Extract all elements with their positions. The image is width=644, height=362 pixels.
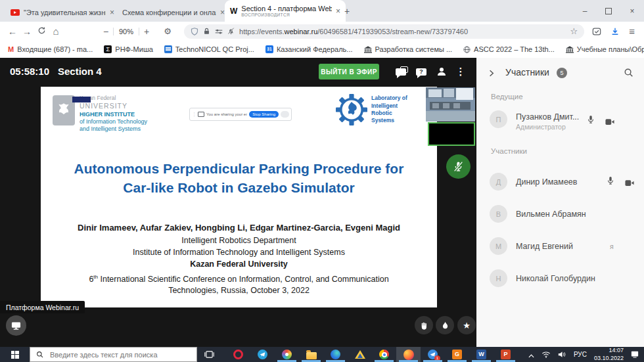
wifi-icon[interactable] — [541, 349, 551, 361]
chat-icon[interactable] — [394, 65, 407, 78]
webinar-section-title: Section 4 — [58, 66, 102, 77]
new-tab-button[interactable]: + — [340, 5, 354, 18]
taskbar-paint[interactable] — [275, 347, 299, 362]
tab-title: Схема конфиренции и онлайн — [122, 9, 216, 16]
bookmark-uchebnye-plany[interactable]: Учебные планы\Обр... — [566, 45, 644, 53]
bookmark-rnf[interactable]: Σ РНФ-Миша — [104, 45, 153, 53]
taskbar-clock[interactable]: 14:07 03.10.2022 — [594, 347, 624, 362]
bookmark-star-icon[interactable]: ☆ — [570, 26, 578, 36]
start-button[interactable] — [0, 347, 30, 362]
taskbar-word[interactable]: W — [469, 347, 494, 362]
fire-reaction-button[interactable] — [436, 316, 454, 334]
questions-icon[interactable]: ? — [415, 65, 428, 78]
settings-gear-icon[interactable]: ⚙ — [160, 26, 175, 36]
language-indicator[interactable]: РУС — [574, 351, 587, 358]
firefox-icon — [403, 350, 414, 360]
tray-expand-icon[interactable] — [528, 349, 534, 361]
address-bar[interactable]: https://events.webinar.ru/60496581/47193… — [184, 24, 584, 39]
raise-hand-button[interactable] — [415, 316, 433, 334]
avatar: В — [490, 205, 507, 223]
windows-taskbar: 1 G W P РУС 14:07 03.10.2022 — [0, 347, 644, 362]
zoom-level[interactable]: 90% — [114, 28, 139, 35]
bookmark-technonicol[interactable]: TechnoNICOL QC Proj... — [164, 45, 254, 53]
drag-handle-icon[interactable]: ⋮ — [192, 112, 196, 117]
taskbar-search[interactable] — [30, 347, 197, 362]
window-minimize-button[interactable]: – — [573, 0, 597, 22]
url-text[interactable]: https://events.webinar.ru/60496581/47193… — [239, 28, 566, 35]
screen-share-thumbnail[interactable] — [428, 122, 475, 146]
mic-icon[interactable] — [587, 115, 595, 127]
avatar: М — [490, 237, 507, 255]
tab-close-icon[interactable]: × — [110, 8, 114, 17]
taskbar-telegram[interactable] — [250, 347, 275, 362]
stop-sharing-button[interactable]: Stop Sharing — [249, 111, 279, 118]
camera-icon[interactable] — [605, 116, 614, 128]
taskbar-chrome[interactable] — [372, 347, 396, 362]
webinar-stage: 05:58:10 Section 4 ВЫЙТИ В ЭФИР ? ⋮ Kaza… — [0, 58, 476, 347]
hide-share-bar-button[interactable] — [281, 111, 289, 118]
powerpoint-icon: P — [501, 350, 511, 359]
volume-icon[interactable] — [558, 349, 566, 361]
taskbar-search-input[interactable] — [49, 350, 183, 359]
tab-scheme[interactable]: Схема конфиренции и онлайн × — [117, 3, 230, 22]
attendees-icon[interactable] — [435, 65, 448, 78]
downloads-icon[interactable] — [610, 27, 620, 36]
zoom-in-button[interactable]: + — [139, 26, 154, 37]
flame-icon — [442, 321, 449, 330]
webcam-thumbnail[interactable] — [426, 87, 475, 122]
search-icon[interactable] — [624, 68, 633, 80]
taskbar-powerpoint[interactable]: P — [494, 347, 518, 362]
site-settings-icon[interactable] — [215, 28, 223, 35]
star-reaction-button[interactable]: ★ — [457, 316, 476, 334]
window-close-button[interactable]: × — [620, 0, 644, 22]
bookmark-gmail[interactable]: M Входящие (687) - ma... — [8, 45, 93, 53]
hosts-group-label: Ведущие — [491, 93, 523, 101]
bank-icon — [566, 46, 574, 53]
browser-menu-icon[interactable]: ≡ — [629, 26, 635, 37]
notifications-blocked-icon[interactable] — [227, 28, 235, 35]
taskbar-a-app[interactable] — [348, 347, 372, 362]
saved-collections-icon[interactable] — [592, 27, 601, 36]
opera-icon — [233, 350, 243, 359]
mic-icon[interactable] — [607, 176, 614, 188]
go-live-button[interactable]: ВЫЙТИ В ЭФИР — [319, 64, 379, 79]
screen-share-notification: ⋮ You are sharing your entire screen. St… — [189, 108, 292, 121]
tab-webinar-active[interactable]: W Section 4 - платформа Webinar ВОСПРОИЗ… — [225, 0, 346, 22]
word-icon: W — [476, 350, 486, 359]
slide-authors: Dinir Imameev, Aufar Zakiev, Hongbing Li… — [41, 223, 437, 233]
bookmark-ascc[interactable]: ASCC 2022 – The 13th... — [463, 45, 555, 53]
members-group-label: Участники — [491, 147, 527, 155]
bookmark-razrabotka[interactable]: Разработка системы ... — [364, 45, 453, 53]
taskbar-explorer[interactable] — [299, 347, 323, 362]
home-icon[interactable]: ⌂ — [49, 26, 63, 37]
taskbar-mail[interactable]: 1 — [421, 347, 445, 362]
taskbar-firefox-active[interactable] — [396, 347, 421, 362]
bookmark-kfu-calendar[interactable]: 31 Казанский Федераль... — [265, 45, 353, 53]
browser-tab-strip: "Эта удивительная жизнь" - Po × Схема ко… — [0, 0, 644, 22]
task-view-button[interactable] — [200, 350, 218, 359]
tab-close-icon[interactable]: × — [336, 7, 340, 16]
tab-youtube[interactable]: "Эта удивительная жизнь" - Po × — [5, 3, 120, 22]
tab-title: "Эта удивительная жизнь" - Po — [24, 9, 106, 16]
lirs-gear-icon — [336, 94, 367, 125]
collapse-panel-icon[interactable] — [487, 68, 495, 80]
more-options-icon[interactable]: ⋮ — [454, 65, 467, 78]
screen-share-button[interactable] — [6, 315, 26, 336]
taskbar-g-app[interactable]: G — [445, 347, 469, 362]
lock-icon[interactable] — [203, 28, 210, 35]
microphone-muted-button[interactable] — [446, 154, 471, 179]
taskbar-opera[interactable] — [226, 347, 250, 362]
window-restore-button[interactable] — [597, 0, 620, 22]
camera-icon[interactable] — [625, 177, 634, 189]
tab-close-icon[interactable]: × — [220, 8, 225, 17]
participant-role: Администратор — [516, 123, 566, 131]
protect-shield-icon[interactable] — [191, 28, 198, 35]
forward-icon[interactable]: → — [20, 26, 34, 37]
zoom-out-button[interactable]: − — [99, 26, 113, 37]
reload-icon[interactable] — [34, 26, 49, 37]
system-tray: РУС 14:07 03.10.2022 — [528, 347, 644, 362]
back-icon[interactable]: ← — [5, 26, 20, 37]
taskbar-edge[interactable] — [323, 347, 348, 362]
action-center-icon[interactable] — [631, 349, 639, 361]
lirs-logo: Laboratory of Intelligent Robotic System… — [336, 94, 407, 125]
